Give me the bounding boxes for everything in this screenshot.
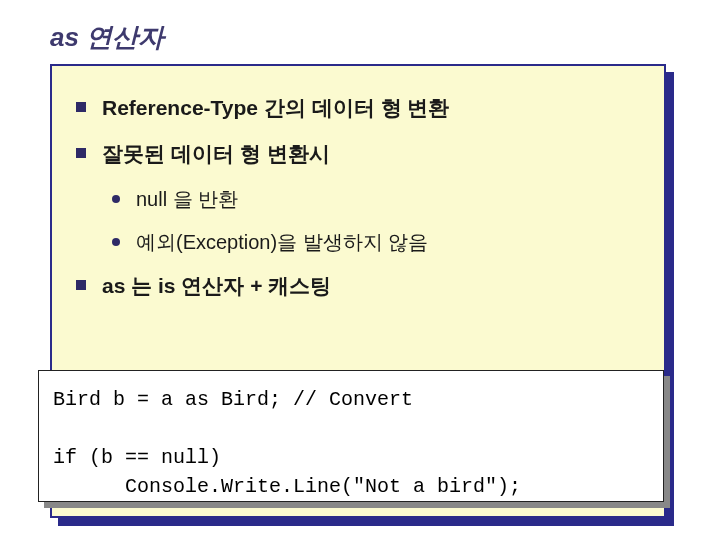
- bullet-text: Reference-Type 간의 데이터 형 변환: [102, 94, 449, 122]
- bullet-level1: as 는 is 연산자 + 캐스팅: [76, 272, 640, 300]
- bullet-level2: null 을 반환: [112, 186, 640, 213]
- bullet-level1: 잘못된 데이터 형 변환시: [76, 140, 640, 168]
- code-line: Console.Write.Line("Not a bird");: [53, 475, 521, 498]
- code-box: Bird b = a as Bird; // Convert if (b == …: [38, 370, 664, 502]
- slide: as 연산자 Reference-Type 간의 데이터 형 변환 잘못된 데이…: [0, 0, 720, 540]
- square-bullet-icon: [76, 102, 86, 112]
- bullet-level1: Reference-Type 간의 데이터 형 변환: [76, 94, 640, 122]
- bullet-level2: 예외(Exception)을 발생하지 않음: [112, 229, 640, 256]
- slide-title: as 연산자: [50, 20, 164, 55]
- bullet-text: as 는 is 연산자 + 캐스팅: [102, 272, 331, 300]
- bullet-text: 잘못된 데이터 형 변환시: [102, 140, 330, 168]
- square-bullet-icon: [76, 280, 86, 290]
- code-line: Bird b = a as Bird; // Convert: [53, 388, 413, 411]
- square-bullet-icon: [76, 148, 86, 158]
- code-line: if (b == null): [53, 446, 221, 469]
- dot-bullet-icon: [112, 195, 120, 203]
- bullet-text: null 을 반환: [136, 186, 238, 213]
- dot-bullet-icon: [112, 238, 120, 246]
- bullet-text: 예외(Exception)을 발생하지 않음: [136, 229, 428, 256]
